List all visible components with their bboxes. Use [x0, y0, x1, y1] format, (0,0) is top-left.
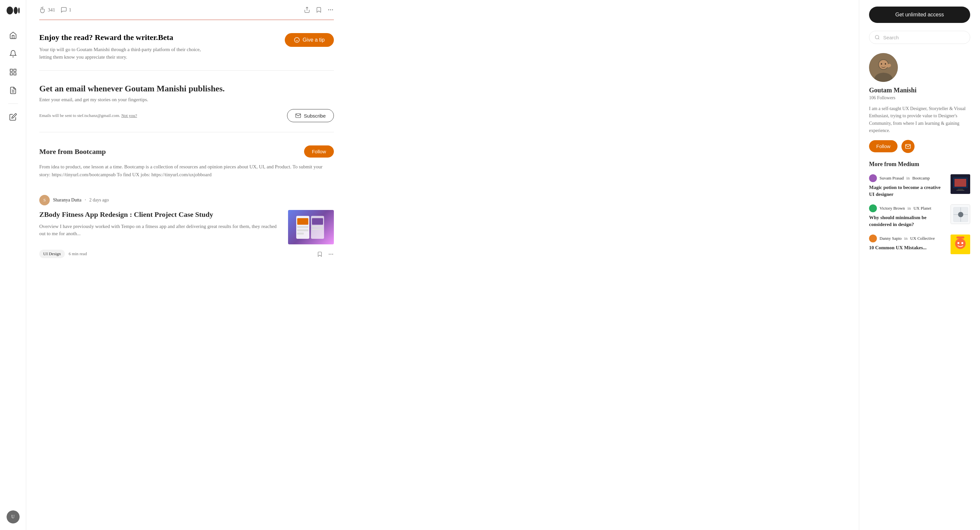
article-card-excerpt: Overview I have previously worked with T… — [39, 223, 282, 238]
sidebar-item-write[interactable] — [5, 109, 21, 125]
article-tag[interactable]: UI Design — [39, 250, 65, 258]
not-you-link[interactable]: Not you? — [121, 113, 137, 118]
unlimited-access-button[interactable]: Get unlimited access — [869, 6, 970, 23]
bootcamp-description: From idea to product, one lesson at a ti… — [39, 163, 334, 179]
author-email-button[interactable] — [902, 140, 915, 153]
medium-author-avatar-1 — [869, 174, 877, 182]
search-icon — [875, 34, 880, 40]
svg-rect-5 — [10, 73, 13, 75]
medium-article-thumb-3 — [951, 235, 970, 254]
bookmark-button[interactable] — [315, 6, 322, 13]
svg-point-2 — [18, 8, 20, 13]
article-card-title[interactable]: ZBody Fitness App Redesign : Client Proj… — [39, 210, 282, 219]
medium-author-avatar-2 — [869, 204, 877, 212]
author-actions: Follow — [869, 140, 970, 153]
medium-article-text-1: Suvam Prasad in Bootcamp Magic potion to… — [869, 174, 946, 198]
medium-article-text-2: Victory Brown in UX Planet Why should mi… — [869, 204, 946, 228]
author-followers: 106 Followers — [869, 95, 970, 101]
svg-point-0 — [6, 6, 13, 14]
beta-badge: Beta — [158, 33, 173, 42]
comment-count: 1 — [69, 7, 72, 13]
article-card-inner: ZBody Fitness App Redesign : Client Proj… — [39, 210, 334, 244]
svg-rect-22 — [312, 218, 323, 225]
svg-rect-17 — [297, 218, 308, 225]
svg-point-27 — [329, 254, 329, 254]
article-more-button[interactable] — [328, 251, 334, 257]
author-avatar-large — [869, 53, 898, 82]
bootcamp-header: More from Bootcamp Follow — [39, 145, 334, 158]
medium-article-title-1[interactable]: Magic potion to become a creative UI des… — [869, 184, 946, 198]
author-bio: I am a self-taught UX Designer, Storytel… — [869, 105, 970, 135]
svg-point-49 — [955, 238, 966, 249]
tip-subtitle: Your tip will go to Goutam Manishi throu… — [39, 46, 203, 61]
main-content: 341 1 — [26, 0, 347, 530]
article-thumbnail — [288, 210, 334, 244]
subscribe-title: Get an email whenever Goutam Manishi pub… — [39, 84, 334, 94]
svg-rect-24 — [312, 229, 323, 230]
medium-article-title-3[interactable]: 10 Common UX Mistakes... — [869, 244, 946, 251]
medium-article-author-1: Suvam Prasad in Bootcamp — [869, 174, 946, 182]
read-time: 6 min read — [69, 251, 87, 257]
search-input[interactable] — [883, 35, 965, 40]
author-card: Goutam Manishi 106 Followers I am a self… — [869, 53, 970, 153]
svg-rect-19 — [297, 229, 308, 231]
medium-article-2: Victory Brown in UX Planet Why should mi… — [869, 204, 970, 228]
svg-rect-20 — [297, 233, 304, 235]
share-button[interactable] — [304, 6, 310, 13]
article-footer: UI Design 6 min read — [39, 250, 334, 258]
medium-article-title-2[interactable]: Why should minimalism be considered in d… — [869, 214, 946, 228]
user-avatar[interactable]: U — [6, 510, 20, 524]
svg-point-28 — [875, 35, 879, 39]
svg-point-13 — [294, 38, 299, 43]
svg-point-33 — [879, 60, 888, 69]
reactions-left: 341 1 — [39, 6, 72, 13]
medium-author-avatar-3 — [869, 235, 877, 243]
medium-article-text-3: Danny Sapio in UX Collective 10 Common U… — [869, 235, 946, 251]
bootcamp-title: More from Bootcamp — [39, 147, 106, 156]
subscribe-email-row: Emails will be sent to stef.tschanz@gmai… — [39, 109, 334, 122]
svg-rect-23 — [312, 226, 323, 227]
svg-point-1 — [14, 7, 18, 14]
bootcamp-follow-button[interactable]: Follow — [304, 145, 334, 158]
comment-button[interactable]: 1 — [60, 6, 72, 13]
article-tags: UI Design 6 min read — [39, 250, 87, 258]
medium-pub-name-1: Bootcamp — [912, 176, 930, 181]
svg-point-34 — [881, 63, 882, 65]
search-box[interactable] — [869, 31, 970, 44]
sidebar-item-lists[interactable] — [5, 64, 21, 80]
clap-button[interactable]: 341 — [39, 6, 55, 13]
sidebar-item-stories[interactable] — [5, 83, 21, 98]
thumbnail-image — [288, 210, 334, 244]
svg-rect-4 — [14, 69, 16, 72]
more-from-medium-title: More from Medium — [869, 161, 970, 168]
medium-pub-name-2: UX Planet — [913, 206, 932, 211]
medium-article-author-3: Danny Sapio in UX Collective — [869, 235, 946, 243]
author-follow-button[interactable]: Follow — [869, 140, 897, 152]
article-area: 341 1 — [39, 0, 334, 271]
medium-author-name-2: Victory Brown — [880, 206, 905, 211]
medium-pub-name-3: UX Collective — [910, 236, 935, 241]
sidebar-item-home[interactable] — [5, 27, 21, 43]
svg-rect-52 — [956, 236, 964, 238]
reactions-right — [304, 6, 334, 13]
svg-line-29 — [878, 38, 879, 39]
article-author-row: S Sharanya Dutta · 2 days ago — [39, 195, 334, 205]
sidebar-nav — [5, 27, 21, 510]
svg-point-11 — [332, 10, 333, 10]
subscribe-button[interactable]: Subscribe — [287, 109, 334, 122]
give-tip-button[interactable]: Give a tip — [285, 33, 334, 47]
medium-article-thumb-1 — [951, 174, 970, 194]
medium-article-author-2: Victory Brown in UX Planet — [869, 204, 946, 212]
svg-rect-6 — [14, 73, 16, 75]
sidebar-item-notifications[interactable] — [5, 46, 21, 62]
svg-point-26 — [332, 254, 333, 254]
medium-logo[interactable] — [6, 6, 20, 14]
medium-article-1: Suvam Prasad in Bootcamp Magic potion to… — [869, 174, 970, 198]
save-article-button[interactable] — [317, 251, 323, 257]
reactions-bar: 341 1 — [39, 6, 334, 20]
more-options-button[interactable] — [327, 6, 334, 13]
medium-author-name-1: Suvam Prasad — [880, 176, 904, 181]
article-author-name[interactable]: Sharanya Dutta — [53, 198, 81, 203]
more-from-medium: More from Medium Suvam Prasad in Bootcam… — [869, 161, 970, 254]
svg-point-10 — [330, 10, 331, 10]
